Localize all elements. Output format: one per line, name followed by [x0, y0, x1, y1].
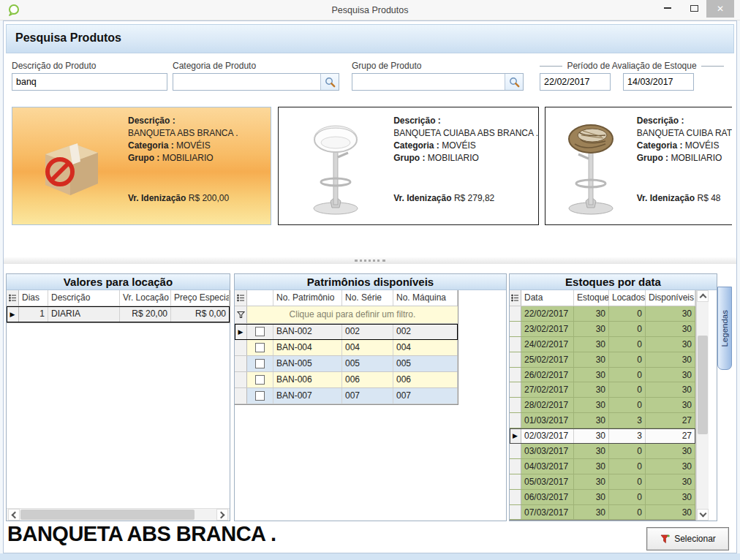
product-card-clipped[interactable]: Descrição : BANQUETA CUIBA RAT Categoria…: [545, 107, 732, 225]
column-header[interactable]: Dias: [19, 290, 48, 306]
row-checkbox-cell: [247, 324, 273, 339]
table-row[interactable]: 26/02/201730030: [510, 368, 695, 383]
descricao-produto-label: Descrição do Produto: [12, 61, 96, 71]
card-descricao: BANQUETA CUIABA ABS BRANCA .: [393, 127, 538, 140]
grid-menu-icon[interactable]: [510, 290, 521, 306]
column-header[interactable]: No. Máquina: [393, 290, 458, 306]
table-row[interactable]: 04/03/201730030: [510, 459, 695, 474]
scroll-up-button[interactable]: [697, 290, 709, 302]
grid-menu-icon[interactable]: [7, 290, 19, 306]
cell-estoque: 30: [574, 428, 609, 443]
scrollbar-thumb[interactable]: [20, 510, 195, 520]
table-row[interactable]: 03/03/201730030: [510, 444, 695, 459]
row-indicator: [510, 490, 521, 504]
column-header[interactable]: Vr. Locação: [120, 290, 171, 306]
cell-data: 25/02/2017: [521, 352, 574, 367]
table-row[interactable]: ▶1DIARIAR$ 20,00R$ 0,00: [7, 306, 230, 322]
column-header[interactable]: Data: [521, 290, 574, 306]
periodo-fim-input[interactable]: [624, 74, 740, 90]
table-row[interactable]: 06/03/201730030: [510, 490, 695, 505]
scroll-down-button[interactable]: [697, 509, 709, 521]
column-header[interactable]: Preço Especial: [171, 290, 230, 306]
cell-data: 07/03/2017: [521, 505, 574, 520]
cell-estoque: 30: [574, 474, 609, 489]
table-row[interactable]: BAN-006006006: [235, 372, 458, 388]
legendas-tab[interactable]: Legendas: [717, 287, 732, 370]
scroll-left-button[interactable]: [8, 509, 20, 521]
checkbox[interactable]: [255, 359, 265, 368]
cell-disponiveis: 27: [646, 428, 695, 443]
table-row[interactable]: ▶02/03/201730327: [510, 428, 695, 444]
categoria-produto-field: [173, 73, 339, 91]
valores-header-row: Dias Descrição Vr. Locação Preço Especia…: [7, 290, 230, 306]
row-indicator: [510, 474, 521, 489]
cell-data: 27/02/2017: [521, 382, 574, 397]
column-header[interactable]: No. Patrimônio: [273, 290, 342, 306]
column-header[interactable]: Locados: [609, 290, 646, 306]
table-row[interactable]: 27/02/201730030: [510, 382, 695, 398]
page-header: Pesquisa Produtos: [6, 24, 734, 53]
estoques-vertical-scrollbar[interactable]: [696, 290, 709, 521]
cell-locados: 0: [609, 398, 646, 412]
table-row[interactable]: 24/02/201730030: [510, 337, 695, 352]
checkbox-column-header[interactable]: [247, 290, 273, 306]
minimize-button[interactable]: [655, 0, 680, 18]
checkbox[interactable]: [255, 391, 265, 401]
card-text: Descrição : BANQUETA CUIBA RAT Categoria…: [637, 107, 732, 224]
table-row[interactable]: ▶BAN-002002002: [235, 324, 458, 340]
table-row[interactable]: 23/02/201730030: [510, 322, 695, 337]
grid-menu-icon[interactable]: [235, 290, 247, 306]
legendas-tab-label: Legendas: [720, 310, 729, 347]
column-header[interactable]: Descrição: [48, 290, 120, 306]
scroll-right-button[interactable]: [216, 509, 228, 521]
row-indicator: [510, 382, 521, 397]
column-header[interactable]: No. Série: [342, 290, 393, 306]
cell-data: 06/03/2017: [521, 490, 574, 504]
cell-estoque: 30: [574, 505, 609, 520]
filter-row[interactable]: Clique aqui para definir um filtro.: [235, 306, 458, 324]
grupo-produto-input[interactable]: [352, 74, 505, 90]
table-row[interactable]: BAN-007007007: [235, 388, 458, 404]
periodo-avaliacao-label: Período de Avaliação de Estoque: [540, 61, 724, 71]
scrollbar-thumb[interactable]: [698, 336, 708, 434]
column-header[interactable]: Disponíveis: [646, 290, 695, 306]
column-header[interactable]: Estoque: [574, 290, 609, 306]
categoria-produto-input[interactable]: [173, 74, 320, 90]
periodo-inicio-field: [540, 73, 611, 91]
cell-disponiveis: 30: [646, 490, 695, 504]
cell-disponiveis: 30: [646, 444, 695, 458]
product-card[interactable]: Descrição : BANQUETA CUIABA ABS BRANCA .…: [278, 107, 539, 225]
valores-horizontal-scrollbar[interactable]: [7, 508, 230, 521]
row-indicator: [235, 340, 247, 355]
filter-prompt[interactable]: Clique aqui para definir um filtro.: [247, 306, 458, 323]
cell-locados: 0: [609, 490, 646, 504]
maximize-button[interactable]: [682, 0, 706, 18]
cell-no-maquina: 004: [393, 340, 458, 355]
product-card-selected[interactable]: Descrição : BANQUETA ABS BRANCA . Catego…: [12, 107, 271, 225]
checkbox[interactable]: [255, 343, 265, 352]
estoques-grid: Data Estoque Locados Disponíveis 22/02/2…: [510, 290, 696, 521]
table-row[interactable]: 22/02/201730030: [510, 306, 695, 322]
cell-no-maquina: 006: [393, 372, 458, 387]
row-checkbox-cell: [247, 356, 273, 371]
table-row[interactable]: 25/02/201730030: [510, 352, 695, 368]
estoques-panel-title: Estoques por data: [510, 274, 717, 290]
selecionar-button[interactable]: Selecionar: [646, 527, 729, 550]
descricao-produto-input[interactable]: [12, 74, 167, 90]
cell-data: 04/03/2017: [521, 459, 574, 474]
descricao-produto-field: [12, 73, 167, 91]
categoria-search-button[interactable]: [320, 74, 339, 90]
close-button[interactable]: ✕: [706, 0, 734, 18]
table-row[interactable]: BAN-004004004: [235, 340, 458, 356]
checkbox[interactable]: [255, 375, 265, 385]
table-row[interactable]: 28/02/201730030: [510, 398, 695, 413]
row-indicator: [510, 398, 521, 412]
grupo-search-button[interactable]: [505, 74, 523, 90]
table-row[interactable]: 01/03/201730327: [510, 413, 695, 428]
cell-dias: 1: [19, 306, 48, 322]
horizontal-splitter[interactable]: [4, 257, 736, 264]
table-row[interactable]: 07/03/201730030: [510, 505, 695, 521]
checkbox[interactable]: [255, 327, 265, 336]
table-row[interactable]: BAN-005005005: [235, 356, 458, 372]
table-row[interactable]: 05/03/201730030: [510, 474, 695, 490]
